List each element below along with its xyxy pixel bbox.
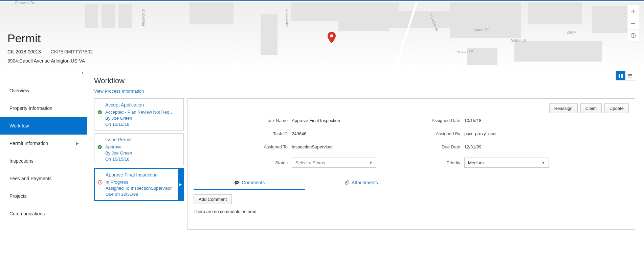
task-card-active[interactable]: Approve Final Inspection In Progress Ass… [94, 168, 184, 201]
two-panel-view-button[interactable] [616, 71, 625, 80]
due-date-label: Due Date [400, 144, 464, 149]
map-header[interactable]: Colorado Cir Kingston St S Cooper St Sta… [0, 1, 644, 68]
permit-type: CKPERMITTYPE02 [51, 49, 93, 54]
task-card[interactable]: Issue Permit Approve By Joe Green On 10/… [94, 133, 184, 165]
assigned-to-value: InspectionSupervisor [292, 144, 400, 149]
assigned-by-value: pscr_proxy_user [464, 131, 573, 136]
page-title: Permit [7, 32, 93, 45]
task-card-by: By Joe Green [105, 116, 180, 121]
sidebar-item-workflow[interactable]: Workflow [0, 117, 87, 135]
svg-point-0 [330, 34, 333, 38]
update-button[interactable]: Update [604, 103, 629, 113]
task-name-label: Task Name [227, 118, 292, 123]
assigned-by-label: Assigned By [400, 131, 464, 136]
task-card-status: In Progress [106, 180, 176, 185]
view-process-information-link[interactable]: View Process Information [94, 89, 144, 94]
svg-rect-6 [628, 74, 632, 75]
chevron-down-icon: ▼ [541, 161, 545, 165]
map-street-label: Colorado Cir [285, 9, 289, 28]
svg-rect-8 [628, 77, 632, 77]
record-id: CK-2018-00013 [7, 49, 41, 54]
task-id-label: Task ID [227, 131, 292, 136]
sidebar: ‹‹ Overview Property Information Workflo… [0, 68, 87, 260]
svg-point-14 [236, 182, 237, 183]
map-street-label: Princeton Dr [15, 1, 34, 5]
check-circle-icon [97, 145, 102, 150]
map-info-button[interactable] [627, 29, 639, 42]
task-detail-panel: Reassign Claim Update Task Name Approve … [187, 98, 635, 230]
paperclip-icon [344, 180, 350, 185]
status-placeholder: Select a Status [295, 160, 325, 165]
task-card-title: Accept Application [105, 102, 180, 108]
list-view-button[interactable] [625, 71, 635, 80]
task-name-value: Approve Final Inspection [292, 118, 400, 123]
claim-button[interactable]: Claim [580, 103, 602, 113]
task-card[interactable]: Accept Application Accepted - Plan Revie… [94, 98, 184, 131]
map-street-label: Kingston St [141, 9, 145, 26]
svg-rect-7 [628, 75, 632, 76]
assigned-date-value: 10/15/18 [464, 118, 573, 123]
task-card-date: On 10/15/18 [105, 122, 180, 127]
task-card-title: Approve Final Inspection [106, 172, 176, 178]
task-card-title: Issue Permit [105, 137, 180, 142]
svg-point-13 [236, 182, 236, 183]
svg-point-15 [237, 182, 238, 183]
map-street-label: Station Dr [511, 39, 526, 42]
chevron-right-icon: ▶ [178, 169, 183, 200]
sidebar-item-projects[interactable]: Projects [0, 187, 87, 205]
tab-attachments[interactable]: Attachments [305, 176, 417, 190]
task-card-by: By Joe Green [105, 150, 180, 156]
no-comments-message: There are no comments entered. [194, 209, 629, 214]
svg-rect-4 [619, 74, 620, 78]
view-toggle [616, 71, 635, 80]
comment-icon [234, 180, 241, 185]
sidebar-item-overview[interactable]: Overview [0, 82, 87, 99]
map-controls [627, 5, 639, 42]
task-list: Accept Application Accepted - Plan Revie… [94, 98, 184, 204]
sidebar-item-property-information[interactable]: Property Information [0, 99, 87, 117]
check-circle-icon [97, 110, 102, 116]
status-select[interactable]: Select a Status ▼ [292, 158, 376, 168]
sidebar-item-fees-and-payments[interactable]: Fees and Payments [0, 170, 87, 187]
priority-label: Priority [400, 160, 464, 165]
map-pin-icon [328, 32, 336, 43]
map-street-label: Station Dr [474, 27, 489, 32]
task-card-date: On 10/15/18 [105, 157, 180, 162]
status-label: Status [227, 160, 292, 165]
chevron-right-icon: ▶ [76, 141, 79, 146]
collapse-sidebar-icon[interactable]: ‹‹ [82, 70, 83, 76]
svg-rect-3 [633, 35, 633, 37]
priority-select[interactable]: Medium ▼ [464, 158, 549, 168]
priority-value: Medium [468, 160, 484, 165]
tab-comments[interactable]: Comments [194, 176, 305, 190]
assigned-to-label: Assigned To [227, 144, 292, 149]
zoom-out-button[interactable] [627, 17, 639, 29]
due-date-value: 12/31/99 [464, 144, 573, 149]
task-card-by: Assigned To InspectionSupervisor [106, 186, 176, 191]
task-id-value: 243646 [292, 131, 400, 136]
svg-rect-5 [621, 74, 623, 78]
task-card-date: Due on 12/31/99 [106, 192, 176, 197]
section-title: Workflow [94, 76, 635, 85]
sidebar-item-permit-information[interactable]: Permit Information ▶ [0, 135, 87, 152]
assigned-date-label: Assigned Date [400, 118, 464, 123]
svg-point-2 [633, 34, 634, 35]
reassign-button[interactable]: Reassign [549, 103, 578, 113]
map-scale: 635 ft [567, 31, 576, 35]
record-address: 3904,Cabell Avenue Arlington,US-VA [7, 58, 93, 64]
add-comment-button[interactable]: Add Comment [194, 194, 232, 204]
sidebar-item-communications[interactable]: Communications [0, 205, 87, 222]
task-card-status: Approve [105, 144, 180, 149]
task-card-status: Accepted - Plan Review Not Req… [105, 110, 180, 115]
zoom-in-button[interactable] [627, 5, 639, 17]
clock-pending-icon [98, 180, 103, 186]
sidebar-item-inspections[interactable]: Inspections [0, 152, 87, 170]
chevron-down-icon: ▼ [369, 161, 373, 165]
